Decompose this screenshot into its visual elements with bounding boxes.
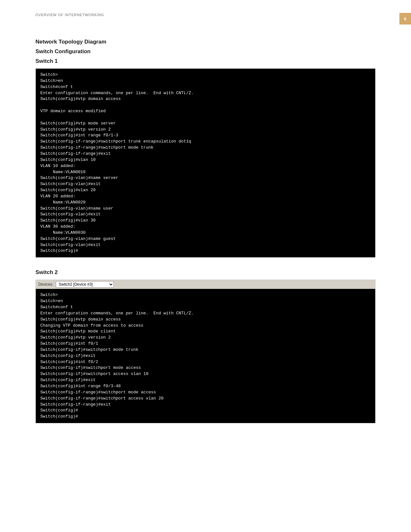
switch2-heading: Switch 2 bbox=[35, 269, 376, 276]
switch2-topbar: Devices: Switch2 [Device #3] bbox=[36, 280, 375, 289]
switch1-terminal-wrapper: Switch> Switch>en Switch#conf t Enter co… bbox=[35, 68, 376, 258]
switch1-heading: Switch 1 bbox=[35, 58, 376, 64]
switch1-terminal-body: Switch> Switch>en Switch#conf t Enter co… bbox=[36, 69, 375, 257]
devices-select[interactable]: Switch2 [Device #3] bbox=[56, 281, 114, 288]
switch-configuration-heading: Switch Configuration bbox=[35, 48, 376, 55]
page-container: OVERVIEW OF INTERNETWORKING 6 Network To… bbox=[0, 0, 411, 532]
header-title: OVERVIEW OF INTERNETWORKING bbox=[35, 13, 104, 17]
switch2-terminal-wrapper: Devices: Switch2 [Device #3] Switch> Swi… bbox=[35, 280, 376, 423]
header-bar: OVERVIEW OF INTERNETWORKING 6 bbox=[0, 13, 411, 17]
main-content: Network Topology Diagram Switch Configur… bbox=[35, 39, 376, 423]
page-number-badge: 6 bbox=[399, 13, 411, 25]
devices-label: Devices: bbox=[38, 282, 53, 287]
switch2-section: Switch 2 Devices: Switch2 [Device #3] Sw… bbox=[35, 269, 376, 423]
switch2-terminal-body: Switch> Switch>en Switch#conf t Enter co… bbox=[36, 289, 375, 423]
network-topology-heading: Network Topology Diagram bbox=[35, 39, 376, 45]
